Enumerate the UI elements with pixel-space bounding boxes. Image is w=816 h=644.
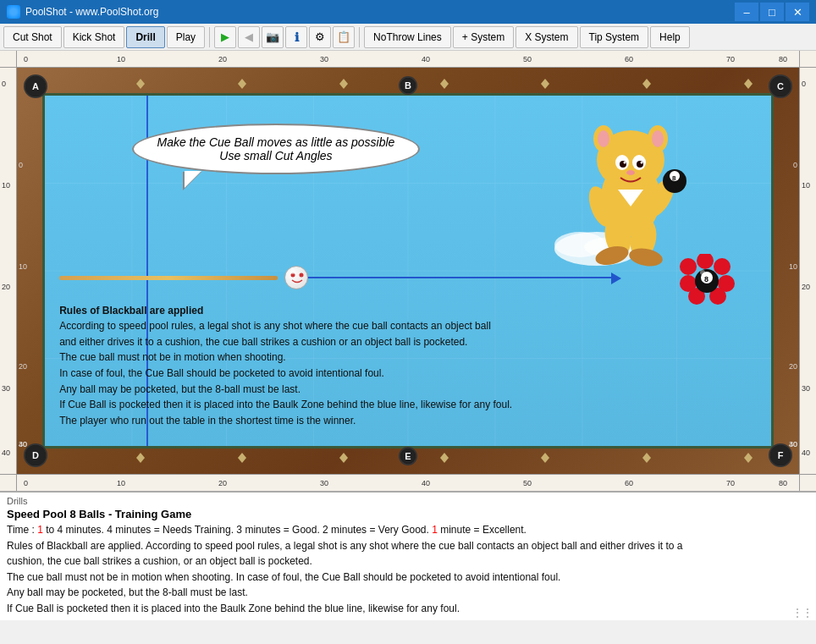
ruler-corner-br <box>799 475 816 491</box>
resize-handle[interactable]: ⋮⋮ <box>792 607 813 619</box>
svg-text:70: 70 <box>726 55 735 63</box>
window-title: PoolShot - www.PoolShot.org <box>25 6 735 18</box>
export-icon: 📋 <box>337 30 350 43</box>
table-felt: 8 <box>42 93 774 449</box>
ruler-num-0-right: 0 <box>793 161 797 169</box>
svg-text:0: 0 <box>24 479 28 487</box>
drills-line-4: The cue ball must not be in motion when … <box>7 570 809 586</box>
rule-line-6: Any ball may be pocketed, but the 8-ball… <box>59 382 611 398</box>
drills-line-5: Any ball may be pocketed, but the 8-ball… <box>7 585 809 601</box>
svg-text:20: 20 <box>218 479 227 487</box>
svg-text:20: 20 <box>2 283 10 291</box>
window-controls: – □ ✕ <box>735 3 809 21</box>
cartoon-character: 8 <box>546 113 698 283</box>
drills-title: Speed Pool 8 Balls - Training Game <box>7 508 809 520</box>
svg-text:80: 80 <box>779 479 787 487</box>
svg-marker-29 <box>642 79 651 89</box>
svg-text:20: 20 <box>802 283 810 291</box>
ruler-corner-tl <box>0 51 17 68</box>
close-button[interactable]: ✕ <box>786 3 809 21</box>
drills-panel: Drills Speed Pool 8 Balls - Training Gam… <box>0 491 816 620</box>
drills-line-6: If Cue Ball is pocketed then it is place… <box>7 601 809 617</box>
corner-label-d: D <box>25 445 46 465</box>
toolbar: Cut Shot Kick Shot Drill Play ▶ ◀ 📷 ℹ ⚙ … <box>0 24 816 51</box>
rule-line-3: and either drives it to a cushion, the c… <box>59 334 611 350</box>
svg-point-66 <box>641 161 643 163</box>
plus-system-button[interactable]: + System <box>453 26 514 48</box>
ruler-top-svg: 0 10 20 30 40 50 60 70 80 <box>17 51 799 67</box>
play-button[interactable]: Play <box>167 26 205 48</box>
rule-line-8: The player who run out the table in the … <box>59 413 611 429</box>
corner-label-f: F <box>770 445 791 465</box>
svg-point-59 <box>598 130 609 147</box>
svg-text:60: 60 <box>625 55 633 63</box>
export-icon-button[interactable]: 📋 <box>333 26 355 48</box>
maximize-button[interactable]: □ <box>760 3 784 21</box>
ruler-top-area: 0 10 20 30 40 50 60 70 80 <box>0 51 816 68</box>
svg-text:30: 30 <box>320 479 328 487</box>
gear-icon: ⚙ <box>315 30 325 43</box>
svg-marker-34 <box>440 453 449 463</box>
corner-label-c: C <box>770 76 791 96</box>
svg-point-60 <box>652 130 664 147</box>
svg-marker-32 <box>238 453 246 463</box>
kick-shot-button[interactable]: Kick Shot <box>63 26 125 48</box>
bubble-tail-inner <box>185 171 201 188</box>
x-system-button[interactable]: X System <box>516 26 577 48</box>
info-icon: ℹ <box>295 30 299 44</box>
svg-marker-35 <box>541 453 549 463</box>
info-icon-button[interactable]: ℹ <box>285 26 307 48</box>
svg-text:50: 50 <box>523 55 532 63</box>
ruler-num-20-left: 20 <box>17 362 27 371</box>
svg-text:70: 70 <box>726 479 735 487</box>
help-button[interactable]: Help <box>650 26 690 48</box>
camera-icon: 📷 <box>266 30 279 43</box>
rule-line-5: In case of foul, the Cue Ball should be … <box>59 366 611 382</box>
settings-icon-button[interactable]: ⚙ <box>309 26 331 48</box>
ruler-corner-tr <box>799 51 816 68</box>
svg-point-39 <box>300 273 304 278</box>
back-icon-button[interactable]: ◀ <box>238 26 260 48</box>
pool-table-container: 8 <box>17 68 799 474</box>
app-icon <box>7 5 20 19</box>
ruler-bottom-area: 0 10 20 30 40 50 60 70 80 <box>0 474 816 491</box>
ruler-bottom: 0 10 20 30 40 50 60 70 80 <box>17 475 799 491</box>
rule-line-7: If Cue Ball is pocketed then it is place… <box>59 397 611 413</box>
cut-shot-button[interactable]: Cut Shot <box>3 26 62 48</box>
svg-text:40: 40 <box>422 479 430 487</box>
svg-text:80: 80 <box>779 55 787 63</box>
svg-text:0: 0 <box>802 80 806 88</box>
svg-text:50: 50 <box>523 479 532 487</box>
drill-button[interactable]: Drill <box>126 26 164 48</box>
svg-point-51 <box>700 270 705 275</box>
camera-icon-button[interactable]: 📷 <box>262 26 284 48</box>
svg-text:60: 60 <box>625 479 633 487</box>
svg-point-42 <box>697 254 714 269</box>
ruler-bottom-svg: 0 10 20 30 40 50 60 70 80 <box>17 475 799 491</box>
speech-text-line2: Use small Cut Angles <box>151 149 401 162</box>
ruler-num-10-left: 10 <box>17 262 27 271</box>
speech-bubble: Make the Cue Ball moves as little as pos… <box>132 124 420 174</box>
svg-text:10: 10 <box>117 55 125 63</box>
rules-text-area: Rules of Blackball are applied According… <box>59 303 611 429</box>
svg-point-65 <box>624 161 626 163</box>
svg-point-43 <box>714 258 731 275</box>
one-minute: 1 <box>432 524 438 536</box>
separator-2 <box>359 27 360 47</box>
speech-text-line1: Make the Cue Ball moves as little as pos… <box>151 135 401 149</box>
ruler-corner-bl <box>0 475 17 491</box>
title-bar: PoolShot - www.PoolShot.org – □ ✕ <box>0 0 816 24</box>
ruler-num-40-right: 40 <box>789 440 797 449</box>
svg-marker-24 <box>136 79 145 89</box>
rule-line-4: The cue ball must not be in motion when … <box>59 350 611 366</box>
svg-text:8: 8 <box>704 275 708 283</box>
tip-system-button[interactable]: Tip System <box>580 26 649 48</box>
ruler-left: 0 10 20 30 40 <box>0 68 17 474</box>
play-icon-button[interactable]: ▶ <box>214 26 236 48</box>
corner-label-e: E <box>400 449 416 464</box>
svg-marker-26 <box>339 79 348 89</box>
minimize-button[interactable]: – <box>735 3 758 21</box>
drills-content: Time : 1 to 4 minutes. 4 minutes = Needs… <box>7 522 809 617</box>
cue-stick <box>59 276 277 280</box>
no-throw-lines-button[interactable]: NoThrow Lines <box>364 26 451 48</box>
